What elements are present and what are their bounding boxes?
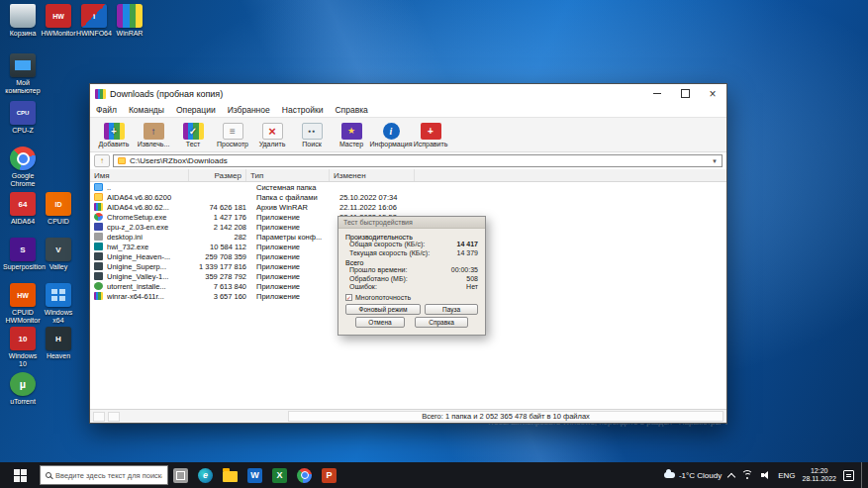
weather-widget[interactable]: -1°C Cloudy xyxy=(664,471,722,480)
background-mode-button[interactable]: Фоновый режим xyxy=(345,304,421,315)
volume-icon[interactable] xyxy=(761,470,771,480)
toolbar-test-button[interactable]: Тест xyxy=(173,123,213,147)
errors-value: Нет xyxy=(466,283,478,292)
toolbar-view-button[interactable]: Просмотр xyxy=(213,123,252,147)
weather-text: -1°C Cloudy xyxy=(679,471,722,480)
toolbar-repair-button[interactable]: Исправить xyxy=(411,123,450,147)
menu-operations[interactable]: Операции xyxy=(170,105,222,115)
search-placeholder: Введите здесь текст для поиска xyxy=(55,471,162,480)
desktop-icon-utorrent[interactable]: uTorrent xyxy=(6,372,40,406)
current-speed-label: Текущая скорость (КБ/с): xyxy=(349,249,430,258)
taskbar-powerpoint[interactable] xyxy=(318,463,340,487)
cancel-button[interactable]: Отмена xyxy=(355,317,405,328)
maximize-button[interactable] xyxy=(671,84,699,103)
multithread-label: Многопоточность xyxy=(355,294,411,301)
desktop-icon-label: Windows 10 xyxy=(6,352,40,367)
extract-icon xyxy=(144,123,164,140)
desktop-icon-label: Heaven xyxy=(47,352,70,360)
close-button[interactable] xyxy=(699,84,726,103)
network-icon[interactable] xyxy=(741,470,754,480)
help-button[interactable]: Справка xyxy=(415,317,468,328)
menu-commands[interactable]: Команды xyxy=(123,105,170,115)
disk-icon[interactable] xyxy=(108,412,120,422)
desktop-icon-hwinfo[interactable]: HWiNFO64 xyxy=(77,4,111,38)
desktop-icon-label: CPU-Z xyxy=(12,127,33,135)
action-center-icon[interactable] xyxy=(843,470,854,481)
file-row[interactable]: AIDA64.v6.80.6200 Папка с файлами 25.10.… xyxy=(90,192,726,202)
column-header-size[interactable]: Размер xyxy=(189,169,246,181)
desktop-icon-chrome[interactable]: Google Chrome xyxy=(6,146,40,187)
desktop-icon-windows-x64[interactable]: Windows x64 xyxy=(42,283,75,324)
column-header-modified[interactable]: Изменен xyxy=(330,169,415,181)
desktop-icon-hwmonitor[interactable]: HWMonitor xyxy=(42,4,75,38)
desktop-icon-label: Windows x64 xyxy=(42,309,75,324)
column-header-name[interactable]: Имя xyxy=(90,169,189,181)
taskbar-word[interactable] xyxy=(243,463,266,487)
clock-date: 28.11.2022 xyxy=(802,475,836,483)
config-icon xyxy=(94,233,103,241)
language-indicator[interactable]: ENG xyxy=(778,471,795,480)
application-icon xyxy=(94,213,103,221)
toolbar-search-button[interactable]: Поиск xyxy=(292,123,332,147)
desktop-icon-windows-10[interactable]: Windows 10 xyxy=(6,327,40,367)
folder-icon xyxy=(118,157,126,164)
taskbar-chrome[interactable] xyxy=(293,463,316,487)
toolbar-delete-button[interactable]: Удалить xyxy=(252,123,292,147)
desktop-icon-valley[interactable]: Valley xyxy=(42,238,75,271)
desktop-icon-superposition[interactable]: Superposition xyxy=(6,238,40,271)
address-text: C:\Users\RZbox\Downloads xyxy=(130,156,228,165)
taskbar-excel[interactable] xyxy=(268,463,291,487)
winrar-icon xyxy=(117,4,143,28)
address-bar[interactable]: C:\Users\RZbox\Downloads xyxy=(113,154,723,167)
dialog-title[interactable]: Тест быстродействия xyxy=(338,217,485,229)
file-row[interactable]: AIDA64.v6.80.62... 74 626 181 Архив WinR… xyxy=(90,202,726,212)
taskbar-search[interactable]: Введите здесь текст для поиска xyxy=(40,465,168,485)
toolbar-wizard-button[interactable]: Мастер xyxy=(332,123,371,147)
file-explorer-icon xyxy=(223,471,238,482)
file-row[interactable]: .. Системная папка xyxy=(90,182,726,192)
desktop-icon-label: HWMonitor xyxy=(42,30,76,38)
start-button[interactable] xyxy=(0,462,40,488)
title-bar[interactable]: Downloads (пробная копия) xyxy=(90,84,726,103)
toolbar: Добавить Извлечь... Тест Просмотр Удалит… xyxy=(90,118,726,152)
menu-file[interactable]: Файл xyxy=(90,105,123,115)
desktop-icon-winrar[interactable]: WinRAR xyxy=(113,4,146,38)
utorrent-icon xyxy=(10,372,36,396)
menu-help[interactable]: Справка xyxy=(329,105,373,115)
desktop-icon-heaven[interactable]: Heaven xyxy=(42,327,75,360)
key-icon[interactable] xyxy=(93,412,105,422)
address-dropdown-icon[interactable] xyxy=(712,158,718,164)
heaven-icon xyxy=(46,327,71,350)
desktop-icon-recycle-bin[interactable]: Корзина xyxy=(6,4,40,38)
desktop-icon-cpuid-hwmonitor[interactable]: CPUID HWMonitor xyxy=(6,283,40,324)
show-desktop-button[interactable] xyxy=(861,462,866,488)
clock[interactable]: 12:20 28.11.2022 xyxy=(802,467,836,483)
task-view-button[interactable] xyxy=(169,463,192,487)
desktop-icon-label: Superposition xyxy=(3,263,43,271)
column-header-type[interactable]: Тип xyxy=(246,169,330,181)
powerpoint-icon xyxy=(322,468,337,483)
taskbar-explorer[interactable] xyxy=(219,463,241,487)
desktop-icon-aida64[interactable]: AIDA64 xyxy=(6,192,40,226)
multithread-checkbox[interactable] xyxy=(345,294,352,301)
chrome-icon xyxy=(10,146,36,170)
menu-favorites[interactable]: Избранное xyxy=(222,105,276,115)
taskbar: Введите здесь текст для поиска -1°C Clou… xyxy=(0,462,868,488)
search-icon xyxy=(302,123,323,140)
desktop-icon-my-computer[interactable]: Мой компьютер xyxy=(6,53,40,94)
computer-icon xyxy=(10,53,36,77)
desktop-icon-label: HWiNFO64 xyxy=(76,30,112,38)
pause-button[interactable]: Пауза xyxy=(425,304,478,315)
column-headers: Имя Размер Тип Изменен xyxy=(90,169,726,182)
toolbar-add-button[interactable]: Добавить xyxy=(94,123,134,147)
desktop-icon-cpuz[interactable]: CPU-Z xyxy=(6,101,40,135)
desktop-icon-cpuid[interactable]: CPUID xyxy=(42,192,75,226)
minimize-button[interactable] xyxy=(643,84,671,103)
taskbar-edge[interactable] xyxy=(194,463,217,487)
menu-settings[interactable]: Настройки xyxy=(276,105,330,115)
toolbar-extract-button[interactable]: Извлечь... xyxy=(134,123,173,147)
recycle-bin-icon xyxy=(10,4,36,28)
hidden-icons-chevron[interactable] xyxy=(727,472,735,480)
up-one-level-button[interactable] xyxy=(94,154,110,167)
toolbar-info-button[interactable]: Информация xyxy=(371,123,411,147)
